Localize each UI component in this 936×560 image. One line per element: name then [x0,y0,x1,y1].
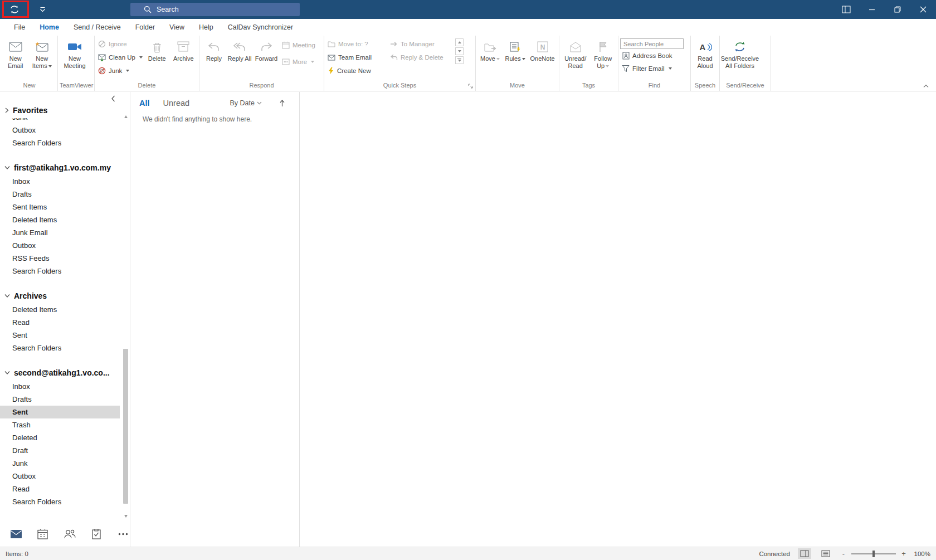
folder-item[interactable]: Search Folders [0,137,120,149]
delete-button[interactable]: Delete [144,36,170,81]
close-button[interactable] [910,0,936,19]
reading-pane-off-view-button[interactable] [819,548,832,559]
gallery-scroll-up-button[interactable] [455,38,464,46]
rules-button[interactable]: Rules [503,36,528,81]
reply-all-button[interactable]: Reply All [227,36,252,81]
tab-file[interactable]: File [7,19,32,36]
tasks-module-button[interactable] [90,527,103,540]
zoom-in-button[interactable]: + [900,549,907,558]
unread-read-button[interactable]: Unread/ Read [561,36,589,81]
quickstep-team-email-button[interactable]: Team Email [326,52,388,63]
tab-folder[interactable]: Folder [128,19,162,36]
account1-header[interactable]: first@atikahg1.vo.com.my [0,160,130,175]
folder-item[interactable]: Sent [0,329,120,342]
quick-steps-dialog-launcher[interactable] [468,84,474,89]
folder-item[interactable]: Outbox [0,124,120,137]
zoom-slider-thumb[interactable] [872,551,875,557]
quickstep-create-new-button[interactable]: Create New [326,65,388,76]
scroll-down-arrow[interactable] [122,513,129,520]
scrollbar-thumb[interactable] [123,349,128,503]
sort-direction-button[interactable] [280,100,285,107]
tab-help[interactable]: Help [192,19,221,36]
ignore-button[interactable]: Ignore [96,38,144,50]
tab-view[interactable]: View [162,19,192,36]
quickstep-reply-delete-button[interactable]: Reply & Delete [388,52,454,63]
filter-tab-unread[interactable]: Unread [163,99,190,108]
search-bar[interactable]: Search [130,3,300,16]
customize-quick-access-button[interactable] [36,3,49,16]
folder-item[interactable]: Sent [0,406,120,418]
search-people-input[interactable] [620,38,684,49]
reading-pane-right-view-button[interactable] [798,548,811,559]
close-icon [920,6,927,13]
folder-item[interactable]: Deleted Items [0,303,120,316]
move-button[interactable]: Move [477,36,503,81]
reply-delete-icon [390,54,398,61]
new-email-button[interactable]: New Email [3,36,28,81]
junk-button[interactable]: Junk [96,65,144,76]
folder-item[interactable]: Draft [0,444,120,457]
folder-item[interactable]: Inbox [0,175,120,188]
filter-email-button[interactable]: Filter Email [620,63,674,74]
archives-header[interactable]: Archives [0,289,130,303]
ribbon-group-tags: Unread/ Read Follow Up Tags [559,36,618,91]
reply-button[interactable]: Reply [201,36,227,81]
quickstep-to-manager-button[interactable]: To Manager [388,38,454,50]
gallery-expand-button[interactable] [455,56,464,64]
folder-item[interactable]: Outbox [0,239,120,252]
folder-item[interactable]: Inbox [0,380,120,393]
calendar-module-button[interactable] [36,527,49,540]
folder-item[interactable]: Read [0,483,120,495]
folder-item[interactable]: Junk Email [0,226,120,239]
scroll-up-arrow[interactable] [122,113,129,120]
people-module-button[interactable] [63,527,76,540]
folder-item[interactable]: Trash [0,418,120,431]
sort-by-date-dropdown[interactable]: By Date [230,99,262,107]
clean-up-button[interactable]: Clean Up [96,52,144,63]
folder-item[interactable]: Drafts [0,188,120,201]
meeting-button[interactable]: Meeting [280,40,317,51]
folder-item[interactable]: Search Folders [0,342,120,354]
onenote-button[interactable]: N OneNote [528,36,557,81]
minimize-button[interactable] [859,0,885,19]
gallery-scroll-down-button[interactable] [455,47,464,55]
tab-home[interactable]: Home [32,19,66,36]
tab-send-receive[interactable]: Send / Receive [66,19,128,36]
send-receive-all-folders-button[interactable]: Send/Receive All Folders [722,36,758,81]
folder-pane-scrollbar[interactable] [122,113,129,520]
new-meeting-button[interactable]: New Meeting [60,36,90,81]
folder-item[interactable]: Sent Items [0,201,120,213]
folder-item[interactable]: Outbox [0,470,120,483]
reading-pane-layout-button[interactable] [833,0,859,19]
follow-up-button[interactable]: Follow Up [589,36,616,81]
more-respond-button[interactable]: More [280,56,317,67]
send-receive-quick-button[interactable] [8,3,21,16]
folder-item[interactable]: RSS Feeds [0,252,120,265]
mail-icon [10,529,22,539]
archive-button[interactable]: Archive [170,36,198,81]
folder-item[interactable]: Search Folders [0,495,120,508]
quickstep-move-to-button[interactable]: Move to: ? [326,38,388,50]
folder-item[interactable]: Read [0,316,120,329]
zoom-slider[interactable] [851,551,896,557]
folder-item[interactable]: Deleted Items [0,213,120,226]
main-area: Favorites JunkOutboxSearch Folders first… [0,92,936,547]
folder-item[interactable]: Junk [0,457,120,470]
mail-module-button[interactable] [9,527,22,540]
tab-caldav-synchronizer[interactable]: CalDav Synchronizer [221,19,300,36]
more-modules-button[interactable] [117,527,130,540]
new-items-button[interactable]: New Items [28,36,56,81]
filter-tab-all[interactable]: All [139,99,150,108]
address-book-button[interactable]: Address Book [620,50,674,61]
restore-button[interactable] [885,0,910,19]
collapse-folder-pane-button[interactable] [110,94,116,103]
move-to-folder-icon [328,41,335,47]
folder-item[interactable]: Deleted [0,431,120,444]
folder-item[interactable]: Drafts [0,393,120,406]
collapse-ribbon-button[interactable] [923,84,929,88]
account2-header[interactable]: second@atikahg1.vo.co... [0,366,130,380]
folder-item[interactable]: Search Folders [0,265,120,277]
zoom-out-button[interactable]: - [840,549,847,558]
forward-button[interactable]: Forward [252,36,280,81]
read-aloud-button[interactable]: A Read Aloud [693,36,718,81]
